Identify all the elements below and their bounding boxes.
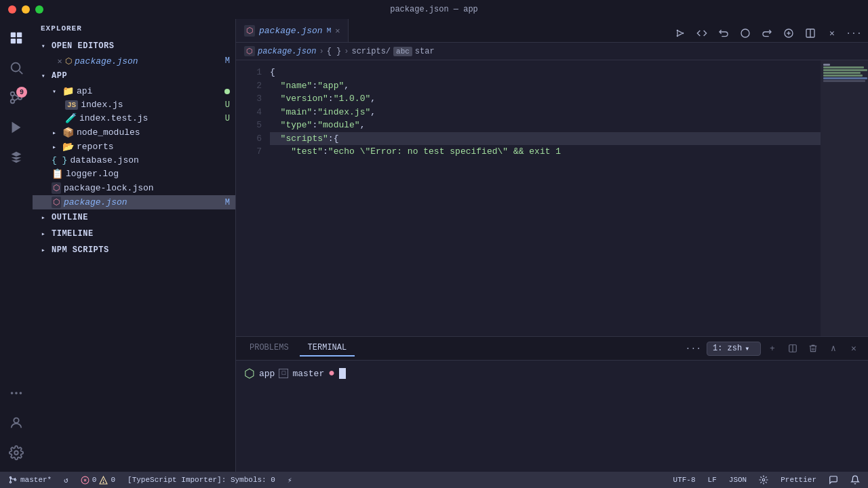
split-terminal-btn[interactable] — [784, 340, 802, 357]
folder-reports[interactable]: 📂 reports — [33, 140, 235, 154]
api-folder-name: api — [77, 86, 224, 96]
terminal-more-btn[interactable]: ··· — [683, 344, 704, 354]
outline-header[interactable]: Outline — [33, 209, 235, 226]
file-package-json[interactable]: ⬡ package.json M — [33, 195, 235, 209]
folder-api[interactable]: 📁 api — [33, 84, 235, 98]
term-branch: master — [292, 369, 324, 379]
close-editor-icon[interactable]: ✕ — [823, 24, 841, 42]
more-icon[interactable] — [3, 380, 30, 407]
breadcrumb-path1[interactable]: { } — [327, 47, 342, 56]
database-json-name: database.json — [70, 155, 230, 165]
timeline-header[interactable]: Timeline — [33, 226, 235, 242]
code-content[interactable]: { "name": "app", "version": "1.0.0", "ma… — [270, 60, 868, 336]
reports-chevron — [49, 142, 60, 152]
extensions-icon[interactable] — [3, 144, 30, 171]
settings-icon[interactable] — [3, 439, 30, 466]
breadcrumb-path4[interactable]: star — [415, 47, 435, 56]
terminal-panel: PROBLEMS TERMINAL ··· 1: zsh ▾ + — [236, 336, 868, 472]
close-button[interactable] — [8, 5, 16, 14]
breadcrumb-filename[interactable]: package.json — [258, 47, 316, 56]
terminal-shell-dropdown[interactable]: 1: zsh ▾ — [707, 342, 761, 356]
delete-terminal-btn[interactable] — [804, 340, 822, 357]
terminal-content[interactable]: ⬡ app □ master ● — [236, 361, 868, 472]
git-branch-item[interactable]: master* — [5, 475, 54, 485]
file-logger-log[interactable]: 📋 logger.log — [33, 167, 235, 181]
more-toolbar-icon[interactable]: ··· — [845, 24, 863, 42]
file-index-js[interactable]: JS index.js U — [33, 98, 235, 111]
svg-point-13 — [11, 392, 14, 394]
encoding-item[interactable]: UTF-8 — [671, 476, 698, 484]
importer-item[interactable]: [TypeScript Importer]: Symbols: 0 — [125, 476, 278, 484]
settings-gear-item[interactable] — [756, 475, 771, 485]
maximize-terminal-btn[interactable]: ∧ — [825, 340, 842, 357]
source-control-toolbar-icon[interactable] — [671, 24, 689, 42]
new-terminal-btn[interactable]: + — [764, 340, 781, 357]
close-tab-icon[interactable]: ✕ — [54, 56, 65, 66]
breadcrumb-path2[interactable]: scripts/ — [351, 47, 391, 56]
svg-point-17 — [14, 451, 18, 455]
open-file-item[interactable]: ✕ ⬡ package.json M — [33, 54, 235, 68]
pkglock-icon: ⬡ — [52, 182, 61, 194]
terminal-cursor — [339, 368, 346, 379]
test-file-icon: 🧪 — [65, 113, 77, 124]
node-modules-chevron — [49, 127, 60, 138]
svg-rect-1 — [17, 33, 22, 37]
npm-scripts-header[interactable]: NPM Scripts — [33, 242, 235, 258]
search-icon[interactable] — [3, 54, 30, 81]
open-file-name: package.json — [75, 56, 138, 66]
svg-point-19 — [677, 35, 679, 37]
node-modules-name: node_modules — [77, 127, 230, 138]
tab-bar: ⬡ package.json M ✕ — [236, 19, 868, 43]
svg-rect-3 — [17, 39, 22, 43]
explorer-icon[interactable] — [3, 24, 30, 52]
file-database-json[interactable]: { } database.json — [33, 154, 235, 167]
window-controls[interactable] — [8, 5, 43, 14]
warning-count: 0 — [111, 476, 115, 484]
language-item[interactable]: JSON — [726, 476, 749, 484]
breadcrumb-sep1: › — [319, 47, 323, 56]
open-editors-header[interactable]: Open Editors — [33, 38, 235, 54]
npm-scripts-section: NPM Scripts — [33, 242, 235, 258]
goto-toolbar-icon[interactable] — [780, 24, 797, 42]
sync-icon: ↺ — [64, 476, 68, 485]
app-section-header[interactable]: APP — [33, 68, 235, 84]
editor-area: ⬡ package.json M ✕ — [236, 19, 868, 472]
reports-folder-name: reports — [77, 142, 230, 152]
run-debug-icon[interactable] — [3, 114, 30, 141]
code-line-4: "main": "index.js", — [270, 106, 868, 119]
breadcrumb-abc[interactable]: abc — [393, 47, 412, 56]
file-index-test-js[interactable]: 🧪 index.test.js U — [33, 111, 235, 125]
prettier-item[interactable]: Prettier — [778, 476, 819, 484]
maximize-button[interactable] — [35, 5, 43, 14]
circle-toolbar-icon[interactable] — [736, 24, 754, 42]
file-package-lock-json[interactable]: ⬡ package-lock.json — [33, 181, 235, 195]
log-file-icon: 📋 — [52, 168, 63, 180]
tab-terminal[interactable]: TERMINAL — [300, 340, 355, 357]
minimize-button[interactable] — [22, 5, 30, 14]
accounts-icon[interactable] — [3, 409, 30, 436]
location-item[interactable]: ⚡ — [285, 476, 295, 485]
bell-item[interactable] — [848, 475, 863, 485]
api-modified-dot — [224, 89, 230, 94]
breadcrumb-left: ⬡ package.json › { } › scripts/ abc star — [244, 46, 435, 56]
code-editor[interactable]: 1 2 3 4 5 6 7 { "name": "app", — [236, 60, 868, 336]
tab-problems[interactable]: PROBLEMS — [241, 340, 297, 357]
folder-node-modules[interactable]: 📦 node_modules — [33, 125, 235, 140]
split-editor-icon[interactable] — [802, 24, 819, 42]
undo-toolbar-icon[interactable] — [715, 24, 732, 42]
errors-item[interactable]: 0 0 — [78, 476, 118, 485]
tab-close-button[interactable]: ✕ — [335, 26, 340, 36]
timeline-chevron — [38, 228, 49, 239]
json-file-icon: { } — [52, 155, 67, 165]
code-line-1: { — [270, 66, 868, 79]
activity-bar: 9 — [0, 19, 33, 472]
line-ending-item[interactable]: LF — [705, 476, 719, 484]
sync-item[interactable]: ↺ — [61, 476, 71, 485]
source-control-icon[interactable]: 9 — [3, 84, 30, 111]
editor-tab-package-json[interactable]: ⬡ package.json M ✕ — [236, 19, 349, 42]
gem-icon: ⬡ — [244, 366, 255, 381]
compare-toolbar-icon[interactable] — [693, 24, 711, 42]
close-terminal-btn[interactable]: ✕ — [845, 340, 863, 357]
feedback-item[interactable] — [826, 475, 841, 485]
redo-toolbar-icon[interactable] — [758, 24, 776, 42]
